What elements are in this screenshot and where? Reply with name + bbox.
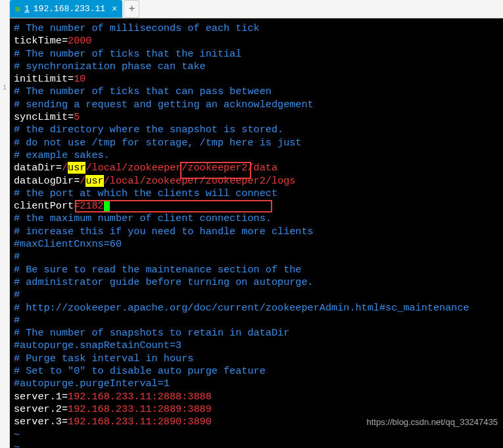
comment: # example sakes. xyxy=(14,149,110,161)
comment: # The number of snapshots to retain in d… xyxy=(14,327,289,339)
comment: # The number of ticks that can pass betw… xyxy=(14,86,272,97)
comment: # The number of milliseconds of each tic… xyxy=(14,22,260,34)
key: tickTime xyxy=(14,35,62,47)
close-icon[interactable]: × xyxy=(112,4,117,14)
path: /local/zookeeper/zookeeper2/logs xyxy=(104,175,296,187)
val: 192.168.233.11:2888:3888 xyxy=(68,391,212,403)
new-tab-button[interactable]: + xyxy=(124,0,139,18)
val: 10 xyxy=(74,73,85,85)
highlighted: usr xyxy=(85,175,103,187)
highlighted: usr xyxy=(68,162,85,174)
key: server.3 xyxy=(14,416,62,428)
comment: # http://zookeeper.apache.org/doc/curren… xyxy=(14,302,469,314)
tab-bar: 1 192.168.233.11 × + xyxy=(10,0,503,18)
tab-title: 192.168.233.11 xyxy=(34,4,105,14)
val: 192.168.233.11:2890:3890 xyxy=(68,416,212,428)
key: clientPort xyxy=(14,200,74,212)
status-dot-icon xyxy=(15,7,20,12)
comment: # administrator guide before turning on … xyxy=(14,276,314,288)
comment: # Set to "0" to disable auto purge featu… xyxy=(14,365,266,377)
cursor-icon xyxy=(104,201,110,212)
watermark: https://blog.csdn.net/qq_33247435 xyxy=(367,416,498,428)
key: dataLogDir xyxy=(14,175,74,187)
comment: # sending a request and getting an ackno… xyxy=(14,99,314,111)
comment: # Be sure to read the maintenance sectio… xyxy=(14,264,301,276)
comment: # xyxy=(14,251,20,262)
comment: #autopurge.purgeInterval=1 xyxy=(14,378,170,389)
tilde: ~ xyxy=(14,429,20,441)
key: initLimit xyxy=(14,73,68,85)
comment: # the maximum number of client connectio… xyxy=(14,212,272,224)
comment: # increase this if you need to handle mo… xyxy=(14,226,314,237)
key: dataDir xyxy=(14,162,56,174)
comment: # xyxy=(14,314,20,326)
key: syncLimit xyxy=(14,111,68,123)
comment: # the port at which the clients will con… xyxy=(14,187,277,199)
gutter-num: 1 xyxy=(0,84,9,91)
comment: #autopurge.snapRetainCount=3 xyxy=(14,339,181,351)
tab-active[interactable]: 1 192.168.233.11 × xyxy=(10,0,122,18)
main-area: 1 192.168.233.11 × + # The number of mil… xyxy=(10,0,503,448)
terminal[interactable]: # The number of milliseconds of each tic… xyxy=(10,18,503,448)
key: server.2 xyxy=(14,403,62,415)
left-gutter: 1 xyxy=(0,0,10,448)
comment: # synchronization phase can take xyxy=(14,61,206,72)
comment: # The number of ticks that the initial xyxy=(14,48,241,60)
val: 2000 xyxy=(68,35,91,47)
val: 192.168.233.11:2889:3889 xyxy=(68,403,212,415)
val: 2182 xyxy=(80,200,103,212)
comment: #maxClientCnxns=60 xyxy=(14,238,122,250)
key: server.1 xyxy=(14,391,62,403)
comment: # Purge task interval in hours xyxy=(14,353,193,364)
comment: # the directory where the snapshot is st… xyxy=(14,124,283,136)
val: 5 xyxy=(74,111,80,123)
path: /local/zookeeper/zookeeper2/data xyxy=(85,162,277,174)
tilde: ~ xyxy=(14,441,20,448)
tab-number: 1 xyxy=(24,4,30,14)
comment: # xyxy=(14,289,20,301)
tab-prefix: 1 xyxy=(24,4,30,14)
comment: # do not use /tmp for storage, /tmp here… xyxy=(14,137,301,149)
